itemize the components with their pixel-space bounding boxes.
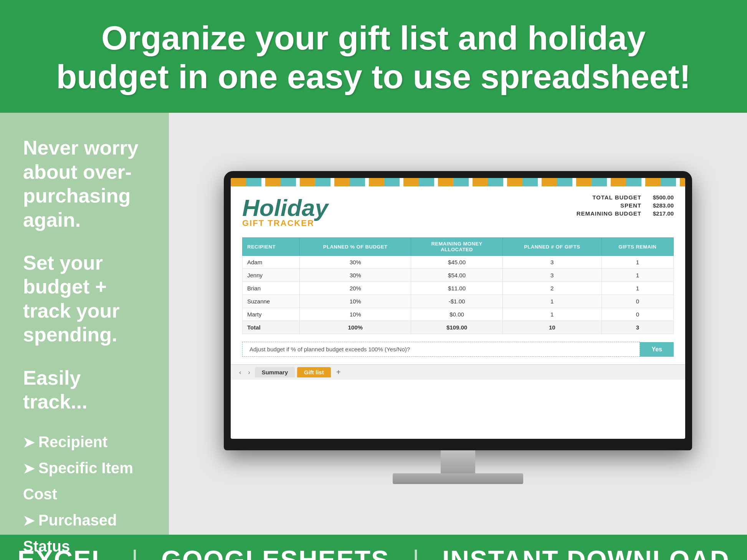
cell-pct: 20% <box>299 282 411 295</box>
cell-planned: 1 <box>502 295 602 308</box>
sheet-tabs: ‹ › Summary Gift list + <box>231 364 685 380</box>
cell-remaining: -$1.00 <box>411 295 502 308</box>
page-header: Organize your gift list and holiday budg… <box>0 0 747 113</box>
spent-value: $283.00 <box>647 202 674 209</box>
cell-remaining: $0.00 <box>411 308 502 321</box>
monitor-neck <box>441 450 475 473</box>
cell-gifts-rem: 0 <box>602 295 673 308</box>
right-panel: Holiday GIFT TRACKER TOTAL BUDGET $500.0… <box>169 113 747 535</box>
col-gifts-remain: GIFTS REMAIN <box>602 238 673 256</box>
cell-remaining: $54.00 <box>411 269 502 282</box>
footer-excel: EXCEL <box>17 545 108 560</box>
cell-planned: 2 <box>502 282 602 295</box>
col-planned-pct: PLANNED % OF BUDGET <box>299 238 411 256</box>
cell-gifts-rem: 1 <box>602 282 673 295</box>
sheet-title-area: Holiday GIFT TRACKER <box>242 194 328 228</box>
main-content: Never worry about over-purchasing again.… <box>0 113 747 535</box>
total-label: Total <box>243 321 300 334</box>
track-item-cost: Specific Item Cost <box>23 455 150 507</box>
monitor-screen: Holiday GIFT TRACKER TOTAL BUDGET $500.0… <box>231 178 685 439</box>
total-remaining: $109.00 <box>411 321 502 334</box>
track-list: Recipient Specific Item Cost Purchased S… <box>23 429 150 560</box>
cell-planned: 1 <box>502 308 602 321</box>
footer-instant-download: INSTANT DOWNLOAD <box>442 545 729 560</box>
footer-googlesheets: GOOGLESHEETS <box>161 545 390 560</box>
spent-label: SPENT <box>620 202 641 209</box>
footer-divider-1: | <box>131 545 138 560</box>
table-row: Adam 30% $45.00 3 1 <box>243 256 674 269</box>
total-pct: 100% <box>299 321 411 334</box>
table-row: Marty 10% $0.00 1 0 <box>243 308 674 321</box>
total-gifts-rem: 3 <box>602 321 673 334</box>
tab-nav-prev[interactable]: ‹ <box>237 368 243 377</box>
sheet-stripe <box>231 178 685 186</box>
total-row: Total 100% $109.00 10 3 <box>243 321 674 334</box>
cell-pct: 10% <box>299 308 411 321</box>
cell-planned: 3 <box>502 269 602 282</box>
track-item-recipient: Recipient <box>23 429 150 455</box>
header-title: Organize your gift list and holiday budg… <box>23 18 724 96</box>
cell-remaining: $45.00 <box>411 256 502 269</box>
adjust-budget-section: Adjust budget if % of planned budget exc… <box>242 342 674 357</box>
tab-nav-next[interactable]: › <box>246 368 252 377</box>
cell-gifts-rem: 1 <box>602 269 673 282</box>
cell-pct: 30% <box>299 269 411 282</box>
footer-divider-2: | <box>412 545 419 560</box>
table-row: Brian 20% $11.00 2 1 <box>243 282 674 295</box>
sheet-header: Holiday GIFT TRACKER TOTAL BUDGET $500.0… <box>242 194 674 228</box>
tab-summary[interactable]: Summary <box>255 367 295 377</box>
cell-name: Jenny <box>243 269 300 282</box>
total-budget-label: TOTAL BUDGET <box>592 194 641 201</box>
remaining-row: REMAINING BUDGET $217.00 <box>577 210 674 217</box>
adjust-budget-answer: Yes <box>640 342 674 357</box>
left-panel: Never worry about over-purchasing again.… <box>0 113 169 535</box>
cell-pct: 10% <box>299 295 411 308</box>
tab-gift-list[interactable]: Gift list <box>297 367 331 377</box>
cell-name: Marty <box>243 308 300 321</box>
table-header-row: RECIPIENT PLANNED % OF BUDGET REMAINING … <box>243 238 674 256</box>
cell-pct: 30% <box>299 256 411 269</box>
table-row: Jenny 30% $54.00 3 1 <box>243 269 674 282</box>
remaining-label: REMAINING BUDGET <box>577 210 641 217</box>
cell-name: Adam <box>243 256 300 269</box>
monitor-container: Holiday GIFT TRACKER TOTAL BUDGET $500.0… <box>224 171 692 484</box>
cell-name: Brian <box>243 282 300 295</box>
monitor-bezel: Holiday GIFT TRACKER TOTAL BUDGET $500.0… <box>224 171 692 450</box>
cell-gifts-rem: 1 <box>602 256 673 269</box>
sheet-title: Holiday <box>242 194 328 221</box>
total-budget-value: $500.00 <box>647 194 674 201</box>
monitor-base <box>393 473 523 484</box>
cell-gifts-rem: 0 <box>602 308 673 321</box>
total-planned: 10 <box>502 321 602 334</box>
track-title: Easily track... <box>23 366 150 414</box>
budget-info: TOTAL BUDGET $500.00 SPENT $283.00 REMAI… <box>577 194 674 218</box>
remaining-value: $217.00 <box>647 210 674 217</box>
spent-row: SPENT $283.00 <box>577 202 674 209</box>
cell-remaining: $11.00 <box>411 282 502 295</box>
spreadsheet-table: RECIPIENT PLANNED % OF BUDGET REMAINING … <box>242 237 674 334</box>
col-planned-gifts: PLANNED # OF GIFTS <box>502 238 602 256</box>
tagline-2: Set your budget + track your spending. <box>23 251 150 347</box>
cell-planned: 3 <box>502 256 602 269</box>
col-recipient: RECIPIENT <box>243 238 300 256</box>
table-row: Suzanne 10% -$1.00 1 0 <box>243 295 674 308</box>
tab-add[interactable]: + <box>333 367 344 377</box>
col-remaining-money: REMAINING MONEYALLOCATED <box>411 238 502 256</box>
tagline-1: Never worry about over-purchasing again. <box>23 136 150 232</box>
adjust-budget-question: Adjust budget if % of planned budget exc… <box>242 342 640 357</box>
total-budget-row: TOTAL BUDGET $500.00 <box>577 194 674 201</box>
sheet-content: Holiday GIFT TRACKER TOTAL BUDGET $500.0… <box>231 186 685 364</box>
cell-name: Suzanne <box>243 295 300 308</box>
